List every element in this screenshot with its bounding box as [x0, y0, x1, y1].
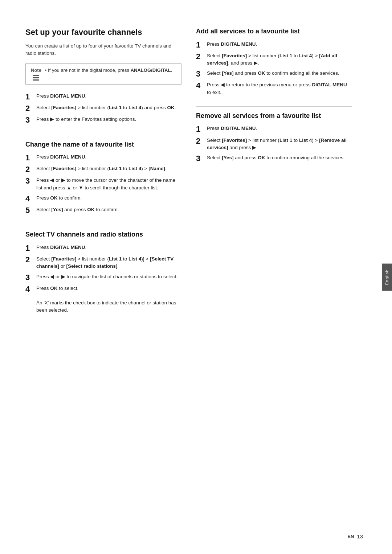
note-text-content: • If you are not in the digital mode, pr… — [45, 67, 172, 73]
step-3-number-3: 3 — [25, 273, 33, 282]
step-1-2: 2 Select [Favorites] > list number (List… — [25, 104, 181, 113]
step-r1-3: 3 Select [Yes] and press OK to confirm a… — [196, 70, 352, 78]
left-column: Set up your favourite channels You can c… — [25, 22, 181, 532]
step-content-3: Press ▶ to enter the Favorites setting o… — [36, 116, 181, 123]
step-2-2: 2 Select [Favorites] > list number (List… — [25, 165, 181, 174]
step-r1-content-3: Select [Yes] and press OK to confirm add… — [207, 70, 352, 77]
step-r1-content-4: Press ◀ to return to the previous menu o… — [207, 81, 352, 96]
step-content-2: Select [Favorites] > list number (List 1… — [36, 104, 181, 111]
step-r2-content-3: Select [Yes] and press OK to confirm rem… — [207, 154, 352, 161]
step-3-3: 3 Press ◀ or ▶ to navigate the list of c… — [25, 273, 181, 282]
step-3-content-3: Press ◀ or ▶ to navigate the list of cha… — [36, 273, 181, 280]
digital-menu-ref: DIGITAL MENU — [50, 93, 85, 99]
page-container: English Set up your favourite channels Y… — [0, 0, 392, 554]
step-r2-1: 1 Press DIGITAL MENU. — [196, 125, 352, 134]
step-1-3: 3 Press ▶ to enter the Favorites setting… — [25, 116, 181, 124]
note-icon: Note — [31, 67, 41, 81]
note-box: Note • If you are not in the digital mod… — [25, 63, 181, 85]
section-setup-favourite: Set up your favourite channels You can c… — [25, 22, 181, 125]
side-tab: English — [382, 263, 392, 291]
step-1-1: 1 Press DIGITAL MENU. — [25, 93, 181, 101]
step-number-2: 2 — [25, 104, 33, 113]
page-footer: EN 13 — [347, 533, 363, 539]
step-2-number-3: 3 — [25, 177, 33, 185]
step-2-number-1: 1 — [25, 153, 33, 162]
main-content: Set up your favourite channels You can c… — [25, 22, 367, 532]
step-3-content-2: Select [Favorites] > list number (List 1… — [36, 255, 181, 270]
step-r1-number-3: 3 — [196, 70, 204, 78]
divider-1 — [25, 22, 181, 22]
step-3-content-1: Press DIGITAL MENU. — [36, 244, 181, 251]
step-2-content-5: Select [Yes] and press OK to confirm. — [36, 206, 181, 213]
step-r2-number-3: 3 — [196, 154, 204, 163]
step-2-1: 1 Press DIGITAL MENU. — [25, 153, 181, 162]
step-r2-content-2: Select [Favorites] > list number (List 1… — [207, 137, 352, 152]
note-line-3 — [33, 79, 39, 81]
step-3-2: 2 Select [Favorites] > list number (List… — [25, 255, 181, 270]
step-3-4: 4 Press OK to select.An 'X' marks the ch… — [25, 285, 181, 314]
section-title-remove-all: Remove all services from a favourite lis… — [196, 112, 352, 120]
divider-r1 — [196, 22, 352, 22]
step-2-3: 3 Press ◀ or ▶ to move the cursor over t… — [25, 177, 181, 192]
step-2-5: 5 Select [Yes] and press OK to confirm. — [25, 206, 181, 215]
step-r1-number-1: 1 — [196, 41, 204, 49]
footer-page-number: 13 — [357, 533, 363, 539]
footer-en-label: EN — [347, 534, 354, 539]
section-add-all: Add all services to a favourite list 1 P… — [196, 22, 352, 96]
divider-3 — [25, 225, 181, 225]
section-select-tv: Select TV channels and radio stations 1 … — [25, 225, 181, 314]
step-content-1: Press DIGITAL MENU. — [36, 93, 181, 100]
step-2-number-4: 4 — [25, 194, 33, 203]
step-2-content-2: Select [Favorites] > list number (List 1… — [36, 165, 181, 172]
step-r1-content-1: Press DIGITAL MENU. — [207, 41, 352, 48]
section-title-change-name: Change the name of a favourite list — [25, 140, 181, 149]
step-r1-1: 1 Press DIGITAL MENU. — [196, 41, 352, 49]
section-title-add-all: Add all services to a favourite list — [196, 27, 352, 36]
step-2-number-2: 2 — [25, 165, 33, 174]
step-r2-2: 2 Select [Favorites] > list number (List… — [196, 137, 352, 152]
note-line-2 — [33, 77, 39, 78]
step-2-number-5: 5 — [25, 206, 33, 215]
note-bullet-text: • If you are not in the digital mode, pr… — [45, 67, 172, 73]
step-3-number-1: 1 — [25, 244, 33, 253]
step-r1-number-2: 2 — [196, 52, 204, 61]
note-lines — [33, 75, 39, 81]
step-r2-number-2: 2 — [196, 137, 204, 145]
step-r2-3: 3 Select [Yes] and press OK to confirm r… — [196, 154, 352, 163]
step-2-4: 4 Press OK to confirm. — [25, 194, 181, 203]
note-line-1 — [33, 75, 39, 76]
step-3-number-4: 4 — [25, 285, 33, 294]
divider-r2 — [196, 106, 352, 107]
step-r1-number-4: 4 — [196, 81, 204, 90]
right-column: Add all services to a favourite list 1 P… — [196, 22, 352, 532]
step-3-1: 1 Press DIGITAL MENU. — [25, 244, 181, 253]
step-3-content-4: Press OK to select.An 'X' marks the chec… — [36, 285, 181, 314]
section-title-select-tv: Select TV channels and radio stations — [25, 230, 181, 239]
step-3-number-2: 2 — [25, 255, 33, 264]
step-r1-2: 2 Select [Favorites] > list number (List… — [196, 52, 352, 67]
section-title-setup: Set up your favourite channels — [25, 27, 181, 37]
section-change-name: Change the name of a favourite list 1 Pr… — [25, 135, 181, 215]
step-2-content-4: Press OK to confirm. — [36, 194, 181, 202]
section-remove-all: Remove all services from a favourite lis… — [196, 106, 352, 163]
step-number-1: 1 — [25, 93, 33, 101]
note-label: Note — [31, 67, 41, 73]
step-2-content-1: Press DIGITAL MENU. — [36, 153, 181, 161]
intro-text: You can create a list of up to four of y… — [25, 42, 181, 57]
step-r2-content-1: Press DIGITAL MENU. — [207, 125, 352, 132]
step-number-3: 3 — [25, 116, 33, 124]
step-r1-content-2: Select [Favorites] > list number (List 1… — [207, 52, 352, 67]
step-2-content-3: Press ◀ or ▶ to move the cursor over the… — [36, 177, 181, 192]
step-r1-4: 4 Press ◀ to return to the previous menu… — [196, 81, 352, 96]
step-r2-number-1: 1 — [196, 125, 204, 134]
analog-digital-label: ANALOG/DIGITAL — [131, 67, 171, 73]
divider-2 — [25, 135, 181, 135]
